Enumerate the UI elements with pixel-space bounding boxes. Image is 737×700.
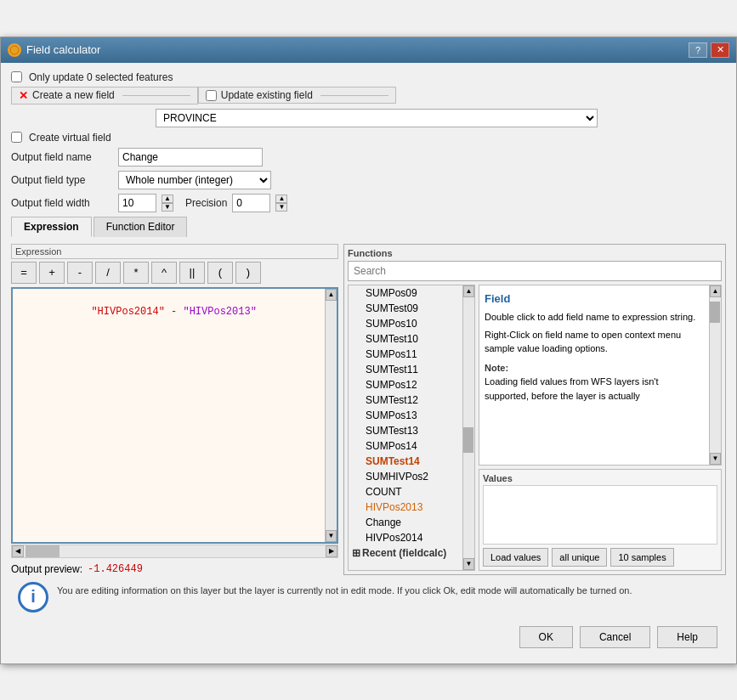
expression-text[interactable]: "HIVPos2014" - "HIVPos2013"	[13, 289, 325, 542]
update-existing-group: Update existing field	[198, 87, 396, 104]
field-calculator-dialog: Field calculator ? ✕ Only update 0 selec…	[0, 37, 737, 664]
preview-label: Output preview:	[11, 563, 82, 575]
op-pow-btn[interactable]: ^	[151, 262, 177, 284]
create-new-group: ✕ Create a new field	[11, 87, 198, 104]
list-item[interactable]: SUMTest12	[349, 392, 462, 408]
info-title: Field	[485, 291, 704, 308]
list-item[interactable]: SUMTest09	[349, 301, 462, 316]
list-item[interactable]: SUMPos13	[349, 408, 462, 423]
window-title: Field calculator	[26, 43, 100, 56]
info-icon: i	[18, 582, 48, 612]
load-values-btn[interactable]: Load values	[483, 548, 548, 567]
precision-spinner[interactable]: ▲ ▼	[275, 195, 287, 212]
precision-label: Precision	[185, 197, 227, 209]
list-item[interactable]: SUMPos10	[349, 316, 462, 331]
expr-scroll-up[interactable]: ▲	[326, 289, 337, 301]
op-minus-btn[interactable]: -	[67, 262, 93, 284]
func-list-scrollbar[interactable]: ▲ ▼	[462, 285, 474, 570]
create-new-x-icon: ✕	[19, 89, 28, 102]
output-name-input[interactable]	[118, 148, 263, 167]
tab-function-editor[interactable]: Function Editor	[94, 217, 188, 237]
ok-button[interactable]: OK	[519, 626, 573, 648]
search-input[interactable]	[348, 261, 722, 281]
precision-input[interactable]	[232, 194, 270, 212]
all-unique-btn[interactable]: all unique	[552, 548, 607, 567]
only-update-checkbox[interactable]	[11, 71, 22, 82]
expr-scrollbar[interactable]: ▲ ▼	[325, 289, 337, 542]
preview-row: Output preview: -1.426449	[11, 563, 338, 575]
list-item[interactable]: HIVPos2014	[349, 530, 462, 545]
help-button[interactable]: ?	[689, 42, 707, 58]
main-area: Expression = + - / * ^ || ( ) "HI	[11, 244, 726, 575]
list-item[interactable]: SUMTest10	[349, 331, 462, 347]
list-item[interactable]: SUMPos11	[349, 347, 462, 362]
title-bar-buttons: ? ✕	[689, 42, 729, 58]
func-list: SUMPos09 SUMTest09 SUMPos10 SUMTest10 SU…	[349, 285, 462, 570]
tab-expression[interactable]: Expression	[11, 217, 92, 237]
width-spinner[interactable]: ▲ ▼	[162, 195, 173, 212]
functions-content: SUMPos09 SUMTest09 SUMPos10 SUMTest10 SU…	[348, 285, 722, 571]
op-concat-btn[interactable]: ||	[179, 262, 205, 284]
op-plus-btn[interactable]: +	[39, 262, 65, 284]
update-existing-checkbox[interactable]	[206, 90, 217, 101]
info-message-area: i You are editing information on this la…	[11, 575, 726, 619]
help-bottom-button[interactable]: Help	[657, 626, 717, 648]
width-down-btn[interactable]: ▼	[162, 203, 173, 212]
func-list-container: SUMPos09 SUMTest09 SUMPos10 SUMTest10 SU…	[348, 285, 475, 571]
expr-scroll-down[interactable]: ▼	[326, 530, 337, 542]
output-width-input[interactable]	[118, 194, 156, 212]
update-existing-label: Update existing field	[221, 89, 313, 101]
op-mul-btn[interactable]: *	[123, 262, 149, 284]
app-icon	[8, 43, 21, 57]
list-item[interactable]: SUMTest13	[349, 423, 462, 438]
only-update-label: Only update 0 selected features	[29, 71, 173, 83]
op-div-btn[interactable]: /	[95, 262, 121, 284]
expr-hscrollbar[interactable]: ◀ ▶	[11, 545, 338, 558]
func-info-area: Field Double click to add field name to …	[479, 285, 722, 571]
precision-up-btn[interactable]: ▲	[275, 195, 287, 203]
ten-samples-btn[interactable]: 10 samples	[610, 548, 673, 567]
info-scrollbar[interactable]: ▲ ▼	[709, 285, 721, 465]
info-message-text: You are editing information on this laye…	[57, 582, 632, 598]
info-scroll-up[interactable]: ▲	[710, 285, 721, 297]
expr-hscroll-track	[24, 545, 326, 557]
list-item[interactable]: COUNT	[349, 484, 462, 500]
list-item[interactable]: SUMPos12	[349, 377, 462, 392]
expr-hscroll-thumb	[26, 545, 60, 557]
func-scroll-up-btn[interactable]: ▲	[463, 285, 474, 297]
list-item[interactable]: SUMHIVPos2	[349, 469, 462, 484]
virtual-field-row: Create virtual field	[11, 132, 726, 144]
dialog-body: Only update 0 selected features ✕ Create…	[1, 63, 736, 663]
output-name-row: Output field name	[11, 148, 726, 167]
list-item-sumtest14[interactable]: SUMTest14	[349, 454, 462, 469]
functions-panel: Functions SUMPos09 SUMTest09 SUMPos10 SU…	[343, 244, 726, 575]
op-close-paren-btn[interactable]: )	[235, 262, 261, 284]
expr-hscroll-left[interactable]: ◀	[12, 545, 24, 557]
expression-panel-label: Expression	[11, 244, 338, 259]
width-up-btn[interactable]: ▲	[162, 195, 173, 203]
output-type-select[interactable]: Whole number (integer)	[118, 171, 271, 189]
virtual-field-checkbox[interactable]	[11, 132, 22, 143]
list-item-hivpos2013[interactable]: HIVPos2013	[349, 500, 462, 515]
list-item[interactable]: Change	[349, 515, 462, 530]
precision-down-btn[interactable]: ▼	[275, 203, 287, 212]
list-item[interactable]: SUMPos14	[349, 438, 462, 454]
list-item[interactable]: SUMPos09	[349, 285, 462, 301]
op-eq-btn[interactable]: =	[11, 262, 37, 284]
list-item[interactable]: SUMTest11	[349, 362, 462, 377]
list-item-recent[interactable]: ⊞ Recent (fieldcalc)	[349, 545, 462, 561]
func-scroll-thumb	[463, 427, 473, 453]
info-box: Field Double click to add field name to …	[479, 285, 722, 466]
func-scroll-down-btn[interactable]: ▼	[463, 558, 474, 570]
create-new-label: Create a new field	[32, 89, 115, 101]
info-scroll-down[interactable]: ▼	[710, 453, 721, 465]
expression-panel: Expression = + - / * ^ || ( ) "HI	[11, 244, 338, 575]
output-width-label: Output field width	[11, 197, 113, 209]
close-button[interactable]: ✕	[711, 42, 729, 58]
expr-hscroll-right[interactable]: ▶	[326, 545, 337, 557]
op-open-paren-btn[interactable]: (	[207, 262, 233, 284]
output-type-row: Output field type Whole number (integer)	[11, 171, 726, 189]
expr-minus: -	[165, 306, 184, 318]
existing-field-select[interactable]: PROVINCE	[156, 109, 598, 127]
cancel-button[interactable]: Cancel	[580, 626, 650, 648]
